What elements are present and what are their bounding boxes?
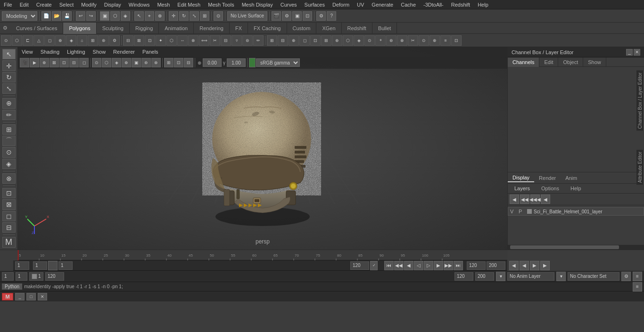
- tab-sculpting[interactable]: Sculpting: [97, 23, 130, 34]
- merge-btn[interactable]: ◈: [354, 35, 364, 46]
- display-lt3[interactable]: ◻: [2, 211, 16, 221]
- target-weld-btn[interactable]: ⊗: [397, 35, 407, 46]
- create-poly-btn[interactable]: ◻: [299, 35, 310, 46]
- tab-animation[interactable]: Animation: [159, 23, 194, 34]
- status-select-field2[interactable]: 1: [16, 272, 27, 281]
- move-btn[interactable]: ✛: [169, 11, 178, 21]
- status-more-btn[interactable]: ≡: [633, 272, 642, 281]
- menu-create[interactable]: Create: [33, 1, 56, 8]
- display-lt4[interactable]: ⊟: [2, 222, 16, 233]
- cone-btn[interactable]: △: [33, 35, 44, 46]
- rp-tab-object[interactable]: Object: [558, 57, 583, 67]
- paint-lt[interactable]: ✏: [2, 110, 16, 120]
- end-frame-field[interactable]: 120: [467, 261, 486, 270]
- attribute-editor-vertical-label[interactable]: Attribute Editor: [636, 150, 644, 185]
- snap-point-lt[interactable]: ⊙: [2, 147, 16, 157]
- reduce-btn[interactable]: ▿: [231, 35, 242, 46]
- cylinder-btn[interactable]: ⊏: [23, 35, 33, 46]
- pipe-btn[interactable]: ⊞: [88, 35, 98, 46]
- layer-visible[interactable]: V: [510, 209, 517, 214]
- tab-rendering[interactable]: Rendering: [194, 23, 230, 34]
- paint-btn[interactable]: ⊕: [155, 11, 165, 21]
- crease-btn[interactable]: ≡: [440, 35, 451, 46]
- current-frame-field[interactable]: 1: [15, 261, 29, 270]
- tab-rigging[interactable]: Rigging: [130, 23, 159, 34]
- snap-grid-lt[interactable]: ⊞: [2, 124, 16, 135]
- frame-range-start[interactable]: 1: [33, 261, 47, 270]
- layer-nav-fwd[interactable]: ▶: [530, 261, 539, 270]
- connect-btn[interactable]: ⊕: [332, 35, 342, 46]
- close-window-btn[interactable]: ✕: [38, 293, 47, 300]
- tab-redshift-ws[interactable]: Redshift: [342, 23, 372, 34]
- clip-btn[interactable]: ✂: [210, 35, 220, 46]
- retopo-btn[interactable]: ⊜: [242, 35, 253, 46]
- layer-item[interactable]: V P Sci_Fi_Battle_Helmet_001_layer: [508, 207, 644, 216]
- channel-box-vertical-label[interactable]: Channel Box / Layer Editor: [636, 71, 644, 131]
- mirror-btn[interactable]: ⟺: [199, 35, 209, 46]
- paint-transfer-btn[interactable]: ⊗: [188, 35, 198, 46]
- settings-btn[interactable]: ⚙: [316, 11, 326, 21]
- menu-modify[interactable]: Modify: [77, 1, 100, 8]
- redo-btn[interactable]: ↪: [86, 11, 96, 21]
- layers-scrollbar-thumb[interactable]: [510, 245, 619, 249]
- combine-btn[interactable]: ⊟: [123, 35, 133, 46]
- rotate-btn[interactable]: ↻: [179, 11, 189, 21]
- soft-mod-lt[interactable]: ⊕: [2, 98, 16, 108]
- help-search-btn[interactable]: ?: [327, 11, 336, 21]
- le-new-layer-btn[interactable]: ◀: [510, 194, 519, 204]
- le-del-layer-btn[interactable]: ◀◀◀: [530, 194, 540, 204]
- tab-polygons[interactable]: Polygons: [63, 23, 96, 34]
- render-region-btn[interactable]: ⊡: [303, 11, 312, 21]
- vp-resolution-btn[interactable]: ⊡: [174, 58, 183, 67]
- open-scene-btn[interactable]: 📂: [52, 11, 61, 21]
- vp-color-swatch[interactable]: [249, 58, 256, 67]
- new-scene-btn[interactable]: 📄: [41, 11, 51, 21]
- minimize-window-btn[interactable]: _: [15, 293, 25, 300]
- tab-curves-surfaces[interactable]: Curves / Surfaces: [10, 23, 63, 34]
- lasso-btn[interactable]: ⌖: [145, 11, 154, 21]
- vp-anim-btn[interactable]: ⊕: [40, 58, 49, 67]
- menu-display[interactable]: Display: [100, 1, 125, 8]
- rotate-tool-lt[interactable]: ↻: [2, 72, 16, 82]
- tab-fx[interactable]: FX: [230, 23, 248, 34]
- status-settings-btn[interactable]: ⚙: [621, 272, 631, 281]
- torus-btn[interactable]: ⊕: [55, 35, 66, 46]
- more-tools-btn[interactable]: ⊡: [451, 35, 462, 46]
- vp-shadow-btn[interactable]: ⊛: [141, 58, 151, 67]
- menu-select[interactable]: Select: [56, 1, 78, 8]
- layer-nav-back[interactable]: ◀: [509, 261, 519, 270]
- layer-nav-fwd2[interactable]: ▶: [540, 261, 550, 270]
- layer-nav-back2[interactable]: ◀: [520, 261, 529, 270]
- rp-close-btn[interactable]: ✕: [634, 49, 640, 56]
- separate-btn[interactable]: ⊠: [134, 35, 144, 46]
- le-tab-display[interactable]: Display: [508, 174, 534, 182]
- char-set-dropdown[interactable]: No Character Set: [568, 272, 619, 281]
- workspace-selector[interactable]: Modeling: [2, 11, 37, 21]
- rp-tab-channels[interactable]: Channels: [508, 57, 539, 67]
- frame-120-field[interactable]: 120: [350, 261, 369, 270]
- vp-grid-btn[interactable]: ⊞: [164, 58, 173, 67]
- wedge-btn[interactable]: ⌖: [375, 35, 386, 46]
- vp-menu-shading[interactable]: Shading: [37, 48, 63, 56]
- plane-btn[interactable]: ◻: [44, 35, 55, 46]
- menu-mesh[interactable]: Mesh: [153, 1, 173, 8]
- bridge-btn[interactable]: ⊟: [278, 35, 288, 46]
- sculpt-btn[interactable]: ✏: [253, 35, 264, 46]
- select-tool-lt[interactable]: ↖: [2, 49, 16, 59]
- tab-fx-caching[interactable]: FX Caching: [248, 23, 287, 34]
- le-sub-layers[interactable]: Layers: [510, 185, 535, 192]
- layer-playback[interactable]: P: [519, 209, 525, 214]
- component-mode-btn[interactable]: ⬡: [110, 11, 120, 21]
- vp-display1-btn[interactable]: ⊠: [50, 58, 59, 67]
- tab-bullet[interactable]: Bullet: [372, 23, 397, 34]
- viewport-scene[interactable]: persp X Y Z: [18, 47, 507, 250]
- python-expand-btn[interactable]: ≡: [633, 282, 642, 292]
- transport-prev-key[interactable]: ◀◀: [394, 261, 404, 270]
- le-sub-options[interactable]: Options: [537, 185, 564, 192]
- save-scene-btn[interactable]: 💾: [62, 11, 72, 21]
- vp-menu-panels[interactable]: Panels: [139, 48, 162, 56]
- tab-gear[interactable]: ⚙: [0, 24, 10, 32]
- transport-back[interactable]: ◀: [404, 261, 413, 270]
- paint-sel-btn[interactable]: ⊙: [419, 35, 429, 46]
- scale-tool-lt[interactable]: ⤡: [2, 83, 16, 94]
